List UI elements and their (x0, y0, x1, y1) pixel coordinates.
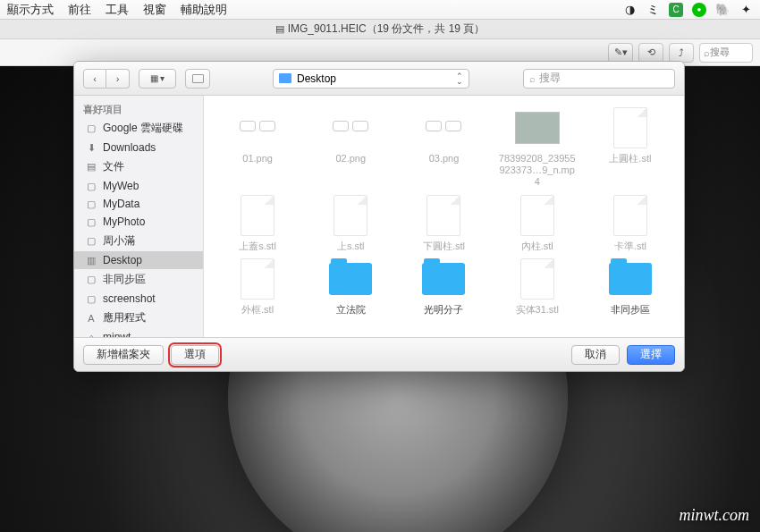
nav-forward-button[interactable]: › (106, 69, 130, 89)
search-icon: ⌕ (529, 73, 536, 84)
apps-icon: A (85, 313, 97, 324)
sidebar-item-7[interactable]: ▥Desktop (74, 251, 203, 269)
menu-window[interactable]: 視窗 (143, 2, 166, 18)
file-label: 內柱.stl (521, 241, 553, 252)
sidebar-item-label: 文件 (103, 159, 124, 174)
sidebar-item-6[interactable]: ▢周小滿 (74, 231, 203, 251)
location-label: Desktop (297, 72, 336, 85)
toolbar-search[interactable]: ⌕ 搜尋 (699, 43, 753, 63)
share-button[interactable]: ⤴ (669, 43, 694, 63)
file-item: 02.png (306, 106, 395, 189)
sidebar-item-label: minwt (103, 331, 131, 337)
sidebar-item-1[interactable]: ⬇Downloads (74, 139, 203, 156)
document-icon (520, 258, 554, 300)
sidebar-item-label: Google 雲端硬碟 (103, 121, 183, 136)
folder-icon (279, 73, 291, 83)
folder-icon: ▢ (85, 274, 97, 285)
nav-back-button[interactable]: ‹ (83, 69, 106, 89)
cancel-button[interactable]: 取消 (571, 345, 620, 365)
file-item: 內柱.stl (493, 194, 582, 252)
sidebar-item-label: screenshot (103, 292, 156, 305)
sidebar-item-label: MyWeb (103, 180, 139, 192)
evernote-icon[interactable]: 🐘 (715, 3, 730, 17)
sidebar-item-2[interactable]: ▤文件 (74, 156, 203, 177)
sidebar-item-11[interactable]: ⌂minwt (74, 328, 203, 337)
window-title: IMG_9011.HEIC（19 份文件，共 19 頁） (288, 21, 486, 37)
file-label: 78399208_23955923373…9_n.mp4 (497, 153, 578, 189)
file-item[interactable]: 光明分子 (399, 258, 488, 316)
file-browser[interactable]: 01.png02.png03.png78399208_23955923373…9… (204, 96, 684, 337)
folder-icon (609, 263, 652, 295)
sidebar-item-9[interactable]: ▢screenshot (74, 290, 203, 308)
file-label: 上s.stl (337, 241, 365, 252)
file-label: 立法院 (336, 304, 366, 316)
window-titlebar: ▤ IMG_9011.HEIC（19 份文件，共 19 頁） (0, 20, 760, 39)
sidebar-item-5[interactable]: ▢MyPhoto (74, 213, 203, 231)
file-label: 下圓柱.stl (423, 241, 465, 252)
file-label: 外框.stl (241, 304, 274, 316)
sidebar-item-label: 周小滿 (103, 233, 135, 249)
file-label: 卡準.stl (614, 241, 646, 252)
file-item: 实体31.stl (493, 258, 582, 316)
document-icon (520, 195, 554, 236)
file-label: 01.png (242, 153, 273, 165)
rotate-button[interactable]: ⟲ (638, 43, 663, 63)
image-thumb-icon (421, 121, 466, 135)
folder-icon (329, 263, 372, 295)
dialog-toolbar: ‹ › ▦ ▾ Desktop ⌃⌄ ⌕ 搜尋 (74, 62, 684, 96)
choose-button[interactable]: 選擇 (627, 345, 675, 365)
folder-icon: ▢ (85, 123, 97, 134)
save-dialog: ‹ › ▦ ▾ Desktop ⌃⌄ ⌕ 搜尋 喜好項目 ▢Google 雲端硬… (73, 61, 685, 372)
menu-view[interactable]: 顯示方式 (7, 2, 54, 18)
new-folder-button[interactable]: 新增檔案夾 (83, 345, 164, 365)
file-label: 上圓柱.stl (609, 153, 651, 165)
sidebar-item-3[interactable]: ▢MyWeb (74, 177, 203, 195)
file-label: 实体31.stl (516, 304, 559, 316)
sidebar-favorites-header: 喜好項目 (74, 101, 203, 118)
file-item: 下圓柱.stl (399, 194, 488, 252)
file-label: 03.png (429, 153, 460, 165)
file-item[interactable]: 立法院 (306, 258, 395, 316)
markup-button[interactable]: ✎▾ (608, 43, 633, 63)
watermark: minwt.com (680, 506, 750, 525)
document-icon (613, 107, 647, 148)
file-item: 上蓋s.stl (213, 194, 302, 252)
spotlight-icon[interactable]: ✦ (739, 3, 753, 17)
sidebar-item-label: Desktop (103, 254, 142, 266)
sidebar-item-4[interactable]: ▢MyData (74, 195, 203, 213)
sidebar-item-label: 應用程式 (103, 310, 146, 325)
dialog-sidebar: 喜好項目 ▢Google 雲端硬碟⬇Downloads▤文件▢MyWeb▢MyD… (74, 96, 204, 337)
folder-icon: ▢ (85, 181, 97, 191)
menu-tools[interactable]: 工具 (106, 2, 129, 18)
status-icon-2[interactable]: C (669, 3, 683, 17)
options-button[interactable]: 選項 (171, 345, 219, 365)
file-item[interactable]: 非同步區 (586, 258, 675, 316)
file-item: 01.png (213, 106, 302, 189)
video-thumb-icon (515, 112, 560, 144)
sidebar-item-8[interactable]: ▢非同步區 (74, 269, 203, 290)
download-icon: ⬇ (85, 142, 97, 153)
file-label: 02.png (335, 153, 366, 165)
location-popup[interactable]: Desktop ⌃⌄ (273, 69, 469, 89)
system-menubar: 顯示方式 前往 工具 視窗 輔助說明 ◑ ミ C ● 🐘 ✦ (0, 0, 760, 20)
line-icon[interactable]: ● (692, 3, 706, 17)
document-icon (241, 258, 274, 300)
menu-go[interactable]: 前往 (68, 2, 91, 18)
sidebar-item-10[interactable]: A應用程式 (74, 308, 203, 328)
image-thumb-icon (328, 121, 373, 135)
telegram-icon[interactable]: ◑ (622, 3, 637, 17)
dialog-search-field[interactable]: ⌕ 搜尋 (523, 69, 675, 89)
view-mode-selector[interactable]: ▦ ▾ (139, 69, 176, 89)
folder-icon: ▢ (85, 216, 97, 227)
path-toggle-button[interactable] (185, 69, 210, 89)
sidebar-item-0[interactable]: ▢Google 雲端硬碟 (74, 118, 203, 139)
status-icon-1[interactable]: ミ (646, 3, 660, 17)
folder-icon: ▢ (85, 198, 97, 209)
document-icon (241, 195, 274, 236)
file-item: 上s.stl (306, 194, 395, 252)
document-icon: ▤ (275, 23, 284, 35)
file-item: 外框.stl (213, 258, 302, 316)
menu-help[interactable]: 輔助說明 (181, 2, 227, 18)
dialog-footer: 新增檔案夾 選項 取消 選擇 (74, 337, 684, 371)
file-label: 光明分子 (424, 304, 463, 316)
